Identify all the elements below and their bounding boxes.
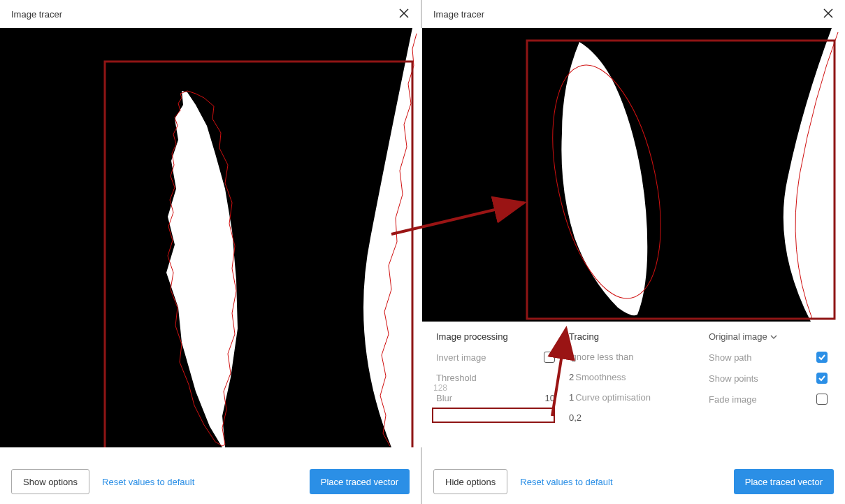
fade-checkbox[interactable] bbox=[816, 394, 828, 405]
canvas-right bbox=[422, 28, 845, 322]
blur-row: 128 Blur 10 bbox=[436, 393, 555, 403]
curveopt-value-row: 0,2 bbox=[569, 412, 695, 423]
chevron-down-icon bbox=[770, 333, 777, 340]
smoothness-row: 2 Smoothness bbox=[569, 372, 695, 382]
image-processing-title: Image processing bbox=[436, 331, 555, 342]
smoothness-label: Smoothness bbox=[575, 372, 626, 382]
header-right: Image tracer bbox=[422, 0, 845, 28]
threshold-row: Threshold bbox=[436, 373, 555, 383]
options-image-processing: Image processing Invert image Threshold … bbox=[436, 331, 555, 423]
panel-right: Image tracer Im bbox=[422, 0, 845, 504]
options-tracing: Tracing Ignore less than 2 Smoothness 1 … bbox=[569, 331, 695, 423]
options-panel: Image processing Invert image Threshold … bbox=[422, 322, 845, 426]
blur-highlight-box bbox=[432, 408, 555, 423]
threshold-left-value: 128 bbox=[433, 383, 447, 393]
show-options-button[interactable]: Show options bbox=[11, 469, 89, 494]
curveopt-label: Curve optimisation bbox=[575, 392, 651, 403]
close-icon[interactable] bbox=[398, 8, 410, 21]
ignore-row: Ignore less than bbox=[569, 352, 695, 362]
canvas-left bbox=[0, 28, 421, 447]
original-image-dropdown[interactable]: Original image bbox=[709, 331, 777, 342]
footer-right: Hide options Reset values to default Pla… bbox=[422, 459, 845, 504]
smoothness-value-display: 1 bbox=[569, 392, 574, 403]
showpath-checkbox[interactable] bbox=[816, 352, 828, 363]
reset-link-right[interactable]: Reset values to default bbox=[520, 477, 612, 487]
showpoints-checkbox[interactable] bbox=[816, 373, 828, 384]
invert-image-label: Invert image bbox=[436, 352, 486, 363]
hide-options-button[interactable]: Hide options bbox=[433, 469, 507, 494]
showpoints-row: Show points bbox=[709, 373, 828, 384]
dropdown-label: Original image bbox=[709, 331, 767, 342]
title-right: Image tracer bbox=[433, 9, 484, 20]
place-vector-button-right[interactable]: Place traced vector bbox=[734, 469, 834, 494]
place-vector-button-left[interactable]: Place traced vector bbox=[310, 469, 410, 494]
showpoints-label: Show points bbox=[709, 373, 758, 384]
curveopt-value-display: 0,2 bbox=[569, 412, 582, 423]
footer-left: Show options Reset values to default Pla… bbox=[0, 459, 421, 504]
close-icon[interactable] bbox=[823, 8, 834, 21]
options-display: Original image Show path Show points Fad… bbox=[709, 331, 828, 423]
curveopt-row: 1 Curve optimisation bbox=[569, 392, 695, 403]
title-left: Image tracer bbox=[11, 9, 62, 20]
reset-link-left[interactable]: Reset values to default bbox=[102, 477, 194, 487]
ignore-value-display: 2 bbox=[569, 372, 574, 382]
invert-image-checkbox[interactable] bbox=[544, 352, 555, 363]
blur-value[interactable]: 10 bbox=[545, 393, 555, 403]
threshold-label: Threshold bbox=[436, 373, 477, 383]
invert-image-row: Invert image bbox=[436, 352, 555, 363]
fade-label: Fade image bbox=[709, 394, 757, 405]
header-left: Image tracer bbox=[0, 0, 421, 28]
showpath-label: Show path bbox=[709, 352, 751, 363]
panel-left: Image tracer Show options bbox=[0, 0, 422, 504]
showpath-row: Show path bbox=[709, 352, 828, 363]
fade-row: Fade image bbox=[709, 394, 828, 405]
tracing-title: Tracing bbox=[569, 331, 695, 342]
ignore-label: Ignore less than bbox=[569, 352, 634, 362]
blur-label: Blur bbox=[436, 393, 452, 403]
